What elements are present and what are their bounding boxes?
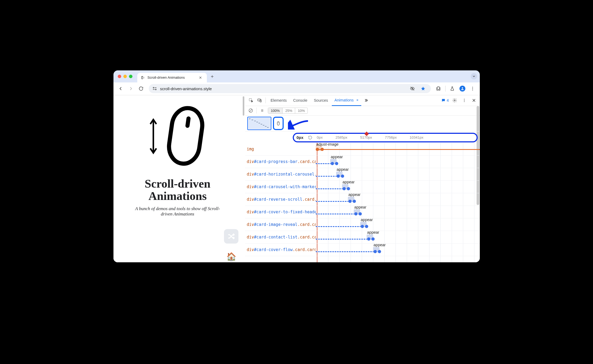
rendered-page[interactable]: Scroll-drivenAnimations A bunch of demos… <box>113 95 242 262</box>
animation-row-track[interactable]: appear <box>316 193 480 206</box>
playhead-marker[interactable] <box>365 132 368 135</box>
animation-row-track[interactable]: adjust-image <box>316 143 480 155</box>
scroll-driven-badge-icon[interactable] <box>273 117 284 130</box>
pane-splitter[interactable] <box>242 95 245 262</box>
tabs-dropdown-button[interactable] <box>471 73 477 79</box>
animation-row[interactable]: div#card-cover-to-fixed-headeappear <box>245 206 480 218</box>
svg-rect-17 <box>185 116 191 128</box>
timeline-ruler-highlight: 0px 0px 2585px 5170px 7756px 10341px <box>293 133 478 142</box>
animation-row[interactable]: div#card-contact-list.card.caappear <box>245 231 480 244</box>
tick: 7756px <box>385 135 397 139</box>
kebab-menu-button[interactable] <box>468 84 477 93</box>
animation-row[interactable]: div#card-progress-bar.card.caappear <box>245 156 480 168</box>
svg-rect-0 <box>142 76 143 79</box>
messages-badge[interactable]: 4 <box>441 98 449 103</box>
animation-name: appear <box>348 192 360 197</box>
replay-icon[interactable] <box>307 135 313 141</box>
animation-row-track[interactable]: appear <box>316 244 480 256</box>
devtools-kebab-icon[interactable] <box>461 97 468 104</box>
animation-row-track[interactable]: appear <box>316 231 480 243</box>
back-button[interactable] <box>116 84 125 93</box>
svg-point-22 <box>464 99 465 99</box>
animation-row[interactable]: div#card-cover-flow.card.cardappear <box>245 244 480 256</box>
toolbar-separator <box>445 86 446 92</box>
shuffle-button[interactable] <box>224 229 238 244</box>
reload-button[interactable] <box>136 84 146 93</box>
messages-count: 4 <box>447 98 449 103</box>
animation-row[interactable]: div#card-image-reveal.card.caappear <box>245 218 480 231</box>
minimize-window-button[interactable] <box>123 75 127 78</box>
tab-animations[interactable]: Animations × <box>332 95 361 106</box>
animation-row-track[interactable]: appear <box>316 206 480 218</box>
animation-row[interactable]: div#card-reverse-scroll.card.appear <box>245 193 480 206</box>
tab-sources[interactable]: Sources <box>311 95 331 106</box>
browser-window: ↕ Scroll-driven Animations ＋ scroll-driv… <box>113 70 480 262</box>
animation-row[interactable]: div#card-carousel-with-markerappear <box>245 181 480 193</box>
site-settings-icon[interactable] <box>152 86 157 91</box>
window-controls <box>118 75 132 78</box>
forward-button[interactable] <box>126 84 135 93</box>
close-panel-tab-button[interactable]: × <box>356 98 359 102</box>
animation-row-selector: div#card-contact-list.card.ca <box>245 235 316 240</box>
home-button[interactable]: 🏠 <box>224 249 238 262</box>
annotation-arrow-icon <box>288 119 309 130</box>
timeline-current-position: 0px <box>296 135 303 140</box>
fullscreen-window-button[interactable] <box>129 75 132 78</box>
browser-toolbar: scroll-driven-animations.style <box>113 82 480 95</box>
animation-row-selector: div#card-horizontal-carousel. <box>245 172 316 177</box>
tab-strip: ↕ Scroll-driven Animations ＋ <box>113 70 480 82</box>
inspect-icon[interactable] <box>247 97 255 104</box>
svg-point-13 <box>472 88 473 89</box>
animation-row-selector: div#card-progress-bar.card.ca <box>245 159 316 164</box>
tab-elements[interactable]: Elements <box>268 95 289 106</box>
close-tab-button[interactable] <box>197 74 204 81</box>
more-tabs-icon[interactable] <box>362 97 370 104</box>
animation-row-track[interactable]: appear <box>316 156 480 168</box>
animation-row-selector: div#card-image-reveal.card.ca <box>245 222 316 227</box>
tick: 5170px <box>360 135 372 139</box>
speed-25[interactable]: 25% <box>283 108 295 113</box>
svg-marker-10 <box>421 87 425 90</box>
animation-name: appear <box>361 218 373 222</box>
animation-name: adjust-image <box>316 143 339 146</box>
tick: 10341px <box>410 135 424 139</box>
animation-name: appear <box>354 205 366 209</box>
tab-console[interactable]: Console <box>290 95 310 106</box>
bookmark-star-icon[interactable] <box>419 84 428 93</box>
svg-rect-16 <box>167 106 204 165</box>
content-area: Scroll-drivenAnimations A bunch of demos… <box>113 95 480 262</box>
close-window-button[interactable] <box>118 75 121 78</box>
browser-tab[interactable]: ↕ Scroll-driven Animations <box>137 73 207 82</box>
animation-row-track[interactable]: appear <box>316 218 480 231</box>
profile-button[interactable] <box>458 84 467 93</box>
animation-row[interactable]: div#card-horizontal-carousel.appear <box>245 168 480 181</box>
timeline-ruler: 0px 0px 2585px 5170px 7756px 10341px <box>245 132 480 143</box>
animation-name: appear <box>343 180 355 184</box>
address-bar[interactable]: scroll-driven-animations.style <box>149 84 431 93</box>
settings-gear-icon[interactable] <box>451 97 458 104</box>
pause-animations-button[interactable] <box>259 107 266 114</box>
svg-point-6 <box>155 89 156 90</box>
svg-point-21 <box>454 100 455 101</box>
svg-rect-40 <box>277 122 279 125</box>
new-tab-button[interactable]: ＋ <box>209 73 215 79</box>
speed-10[interactable]: 10% <box>295 108 307 113</box>
devtools-panel: Elements Console Sources Animations × 4 <box>245 95 480 262</box>
speed-100[interactable]: 100% <box>268 108 283 113</box>
clear-animations-button[interactable] <box>247 107 254 114</box>
tick: 0px <box>317 135 323 139</box>
labs-icon[interactable] <box>448 84 457 93</box>
extensions-icon[interactable] <box>434 84 443 93</box>
svg-point-23 <box>464 100 465 101</box>
animation-row[interactable]: imgadjust-image <box>245 143 480 156</box>
close-devtools-button[interactable] <box>470 97 478 104</box>
favicon-mouse-icon: ↕ <box>140 75 145 80</box>
tab-title: Scroll-driven Animations <box>147 75 195 79</box>
eye-off-icon[interactable] <box>408 84 417 93</box>
svg-point-11 <box>462 87 463 89</box>
animation-row-track[interactable]: appear <box>316 168 480 180</box>
animation-group-thumb[interactable] <box>247 117 271 130</box>
animation-row-track[interactable]: appear <box>316 181 480 193</box>
device-toggle-icon[interactable] <box>256 97 263 104</box>
svg-point-12 <box>472 87 473 88</box>
